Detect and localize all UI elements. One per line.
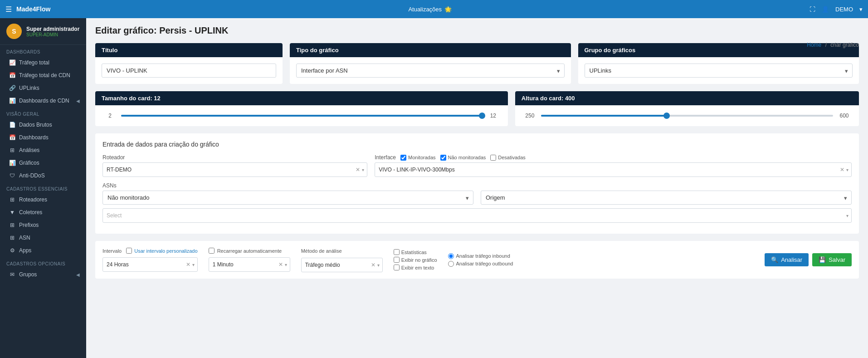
prefix-icon: ⊞ <box>9 222 15 228</box>
sidebar-item-roteadores[interactable]: ⊞ Roteadores <box>0 193 86 206</box>
sidebar-item-anti-ddos[interactable]: 🛡 Anti-DDoS <box>0 169 86 182</box>
interval-clear-icon[interactable]: ✕ <box>186 261 190 268</box>
desativadas-checkbox-label[interactable]: Desativadas <box>490 155 526 161</box>
asn-select[interactable]: Não monitorado <box>102 191 473 205</box>
router-interface-row: Roteador RT-DEMO ✕ ▾ Interface Monitorad… <box>102 154 852 177</box>
interval-caret-icon[interactable]: ▾ <box>192 262 195 267</box>
type-select[interactable]: Interface por ASN Tráfego total CDN <box>296 64 565 78</box>
user-icon: 👤 <box>822 6 829 13</box>
hamburger-icon[interactable]: ☰ <box>5 5 12 14</box>
outbound-radio-label[interactable]: Analisar tráfego outbound <box>448 261 513 267</box>
collapse-icon2[interactable]: ◀ <box>76 272 80 277</box>
sidebar-item-dashboards-cdn[interactable]: 📊 Dashboards de CDN ◀ <box>0 94 86 107</box>
reload-checkbox[interactable] <box>209 248 215 254</box>
sidebar-item-analises[interactable]: ⊞ Análises <box>0 144 86 157</box>
mail-icon: ✉ <box>9 271 15 278</box>
exibir-grafico-text: Exibir no gráfico <box>401 257 437 263</box>
interface-select[interactable]: VIVO - LINK-IP-VIVO-300Mbps ✕ ▾ <box>375 162 852 177</box>
card-size-header: Tamanho do card: 12 <box>95 91 508 105</box>
card-height-min: 250 <box>524 113 536 119</box>
exibir-grafico-checkbox[interactable] <box>394 257 400 263</box>
exibir-texto-label[interactable]: Exibir em texto <box>394 265 437 270</box>
sidebar-item-label: Prefixos <box>19 222 39 228</box>
calendar-icon: 📅 <box>9 72 15 78</box>
sidebar-item-asn[interactable]: ⊞ ASN <box>0 231 86 244</box>
analisar-button[interactable]: 🔍 Analisar <box>765 253 809 266</box>
sidebar-item-graficos[interactable]: 📊 Gráficos <box>0 157 86 169</box>
sidebar-item-trafego-total[interactable]: 📈 Tráfego total <box>0 56 86 69</box>
router-clear-icon[interactable]: ✕ <box>356 167 360 173</box>
usar-intervalo-text: Usar intervalo personalizado <box>134 248 197 254</box>
inbound-radio[interactable] <box>448 253 454 259</box>
estatisticas-label[interactable]: Estatísticas <box>394 249 437 255</box>
nao-monitoradas-checkbox-label[interactable]: Não monitoradas <box>440 155 486 161</box>
updates-label[interactable]: Atualizações <box>408 6 442 13</box>
inbound-radio-label[interactable]: Analisar tráfego inbound <box>448 253 513 259</box>
card-height-thumb[interactable] <box>663 113 670 119</box>
breadcrumb-home[interactable]: Home <box>807 42 821 48</box>
sidebar-item-dashboards[interactable]: 📅 Dashboards <box>0 131 86 144</box>
interval-value: 24 Horas <box>107 261 184 268</box>
origin-select[interactable]: Origem <box>481 191 852 205</box>
card-size-min: 2 <box>104 113 116 119</box>
sidebar-item-label: Análises <box>19 147 39 153</box>
outbound-radio[interactable] <box>448 261 454 267</box>
sidebar-item-coletores[interactable]: ▼ Coletores <box>0 206 86 219</box>
section-label-visao: Visão geral <box>0 107 86 118</box>
method-clear-icon[interactable]: ✕ <box>371 262 375 268</box>
usar-intervalo-checkbox[interactable] <box>126 248 132 254</box>
exibir-grafico-label[interactable]: Exibir no gráfico <box>394 257 437 263</box>
sidebar-item-label: Apps <box>19 247 31 254</box>
nao-monitoradas-checkbox[interactable] <box>440 155 446 161</box>
main-content: Home / criar gráfico Editar gráfico: Per… <box>86 18 868 358</box>
method-caret-icon[interactable]: ▾ <box>377 263 380 268</box>
title-card: Título <box>95 43 283 84</box>
extra-select[interactable]: Select ▾ <box>102 208 852 223</box>
interface-group: Interface Monitoradas Não monitoradas De… <box>375 154 852 177</box>
sidebar-item-prefixos[interactable]: ⊞ Prefixos <box>0 219 86 231</box>
sidebar-item-apps[interactable]: ⚙ Apps <box>0 244 86 257</box>
title-input[interactable] <box>102 64 276 78</box>
sidebar-item-grupos[interactable]: ✉ Grupos ◀ <box>0 268 86 281</box>
expand-icon[interactable]: ⛶ <box>809 6 815 13</box>
sidebar-item-uplinks[interactable]: 🔗 UPLinks <box>0 82 86 94</box>
bottom-controls: Intervalo Usar intervalo personalizado 2… <box>95 241 859 279</box>
outbound-label: Analisar tráfego outbound <box>456 261 513 266</box>
reload-label: Recarregar automaticamente <box>217 248 282 254</box>
reload-clear-icon[interactable]: ✕ <box>278 261 283 268</box>
group-select[interactable]: UPLinks CDN Outros <box>585 64 853 78</box>
collapse-icon[interactable]: ◀ <box>76 98 80 103</box>
analysis-group: Analisar tráfego inbound Analisar tráfeg… <box>448 253 513 267</box>
method-select[interactable]: Tráfego médio ✕ ▾ <box>301 258 383 272</box>
sidebar-item-trafego-cdn[interactable]: 📅 Tráfego total de CDN <box>0 69 86 82</box>
reload-select[interactable]: 1 Minuto ✕ ▾ <box>209 257 290 272</box>
router-select[interactable]: RT-DEMO ✕ ▾ <box>102 162 367 177</box>
interval-select[interactable]: 24 Horas ✕ ▾ <box>102 257 198 272</box>
reload-caret-icon[interactable]: ▾ <box>285 262 287 267</box>
card-height-label-prefix: Altura do card: <box>522 95 565 102</box>
monitoradas-checkbox-label[interactable]: Monitoradas <box>400 155 436 161</box>
desativadas-checkbox[interactable] <box>490 155 496 161</box>
salvar-button[interactable]: 💾 Salvar <box>812 253 852 266</box>
router-caret-icon[interactable]: ▾ <box>362 167 364 172</box>
card-size-max: 12 <box>488 113 499 119</box>
sidebar-item-dados-brutos[interactable]: 📄 Dados Brutos <box>0 118 86 131</box>
desativadas-label: Desativadas <box>498 155 526 160</box>
updates-icon: 🌟 <box>444 6 452 13</box>
usar-intervalo-label[interactable]: Usar intervalo personalizado <box>126 248 197 254</box>
monitoradas-label: Monitoradas <box>408 155 436 160</box>
interface-caret-icon[interactable]: ▾ <box>846 167 848 172</box>
estatisticas-checkbox[interactable] <box>394 249 400 255</box>
sidebar-user: S Super administrador SUPER-ADMIN <box>0 18 86 45</box>
chevron-down-icon[interactable]: ▾ <box>859 6 863 13</box>
extra-select-caret-icon[interactable]: ▾ <box>846 213 848 218</box>
action-buttons: 🔍 Analisar 💾 Salvar <box>765 253 852 266</box>
interface-value: VIVO - LINK-IP-VIVO-300Mbps <box>379 167 838 173</box>
card-size-body: 2 12 <box>95 105 508 126</box>
exibir-texto-checkbox[interactable] <box>394 265 400 270</box>
sidebar-item-label: Grupos <box>19 271 37 278</box>
card-size-thumb[interactable] <box>479 113 485 119</box>
interface-clear-icon[interactable]: ✕ <box>840 167 844 173</box>
monitoradas-checkbox[interactable] <box>400 155 406 161</box>
group-card-body: UPLinks CDN Outros <box>578 57 859 84</box>
